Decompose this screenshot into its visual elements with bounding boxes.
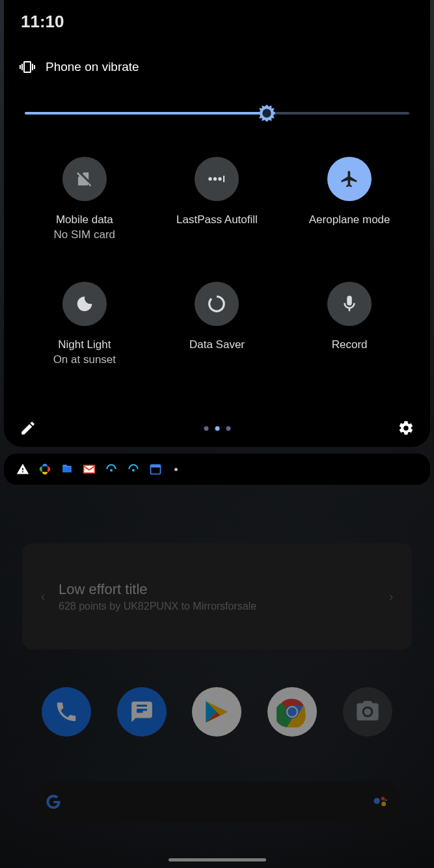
- qs-footer: [18, 418, 416, 438]
- brightness-fill: [25, 112, 267, 115]
- password-dots-icon: [195, 157, 239, 201]
- svg-point-6: [385, 799, 387, 802]
- play-store-app-icon[interactable]: [192, 687, 241, 737]
- status-time: 11:10: [21, 12, 416, 32]
- camera-app-icon[interactable]: [343, 687, 392, 737]
- calendar-icon: [148, 462, 163, 476]
- tile-mobile-data[interactable]: Mobile dataNo SIM card: [18, 157, 151, 243]
- page-dot: [215, 426, 219, 431]
- svg-point-2: [288, 707, 297, 716]
- tile-lastpass-autofill[interactable]: LastPass Autofill: [151, 157, 284, 243]
- photos-icon: [38, 462, 52, 476]
- warning-icon: [16, 462, 30, 476]
- tile-label: Record: [332, 338, 368, 353]
- tile-label: Data Saver: [189, 338, 245, 353]
- svg-point-15: [132, 469, 135, 472]
- more-notifications-dot: [174, 468, 178, 471]
- tile-night-light[interactable]: Night LightOn at sunset: [18, 282, 151, 368]
- edit-tiles-button[interactable]: [18, 418, 38, 438]
- tile-label: LastPass Autofill: [176, 213, 258, 228]
- svg-point-4: [381, 796, 385, 800]
- tile-label: Mobile dataNo SIM card: [54, 213, 115, 243]
- ringer-status-label: Phone on vibrate: [46, 60, 139, 74]
- tile-label: Aeroplane mode: [309, 213, 390, 228]
- page-dots: [204, 426, 230, 431]
- phone-app-icon[interactable]: [42, 687, 91, 737]
- dock: [0, 686, 434, 737]
- chrome-app-icon[interactable]: [267, 687, 317, 737]
- svg-point-10: [219, 177, 222, 180]
- google-search-bar[interactable]: [33, 781, 401, 822]
- svg-point-7: [263, 109, 271, 117]
- podcast-icon: [104, 462, 118, 476]
- svg-rect-17: [151, 465, 161, 467]
- messages-app-icon[interactable]: [117, 687, 167, 737]
- brightness-slider[interactable]: [25, 102, 409, 124]
- airplane-icon: [327, 157, 372, 201]
- svg-point-8: [209, 177, 212, 180]
- tile-data-saver[interactable]: Data Saver: [151, 282, 284, 368]
- svg-point-14: [110, 469, 113, 472]
- podcast-icon: [126, 462, 141, 476]
- hn-widget-card[interactable]: ‹ Low effort title 628 points by UK82PUN…: [22, 543, 412, 649]
- datasaver-icon: [195, 282, 239, 326]
- settings-button[interactable]: [396, 418, 416, 438]
- google-logo-icon: [44, 793, 62, 811]
- widget-body: Low effort title 628 points by UK82PUNX …: [51, 581, 383, 612]
- files-icon: [60, 462, 74, 476]
- svg-point-3: [374, 798, 380, 804]
- svg-point-9: [213, 177, 217, 180]
- page-dot: [226, 426, 230, 431]
- vibrate-icon: [20, 59, 35, 75]
- ringer-status-row[interactable]: Phone on vibrate: [20, 59, 416, 75]
- page-dot: [204, 426, 208, 431]
- tile-aeroplane-mode[interactable]: Aeroplane mode: [283, 157, 416, 243]
- assistant-icon[interactable]: [372, 793, 390, 811]
- svg-point-5: [381, 802, 386, 806]
- quick-settings-panel: 11:10 Phone on vibrate Mobile dataNo SIM…: [4, 0, 430, 447]
- tile-record[interactable]: Record: [283, 282, 416, 368]
- svg-rect-11: [223, 176, 224, 182]
- chevron-left-icon[interactable]: ‹: [35, 589, 51, 604]
- mic-icon: [327, 282, 372, 326]
- tile-label: Night LightOn at sunset: [53, 338, 116, 368]
- chevron-right-icon[interactable]: ›: [383, 589, 399, 604]
- widget-subtitle: 628 points by UK82PUNX to Mirrorsforsale: [59, 601, 375, 612]
- moon-icon: [62, 282, 107, 326]
- widget-title: Low effort title: [59, 581, 375, 598]
- nav-handle[interactable]: [169, 858, 266, 861]
- qs-tiles-grid: Mobile dataNo SIM card LastPass Autofill…: [18, 157, 416, 368]
- sim-off-icon: [62, 157, 107, 201]
- notification-icon-strip[interactable]: [4, 454, 430, 485]
- brightness-thumb[interactable]: [256, 103, 277, 124]
- gmail-icon: [82, 462, 96, 476]
